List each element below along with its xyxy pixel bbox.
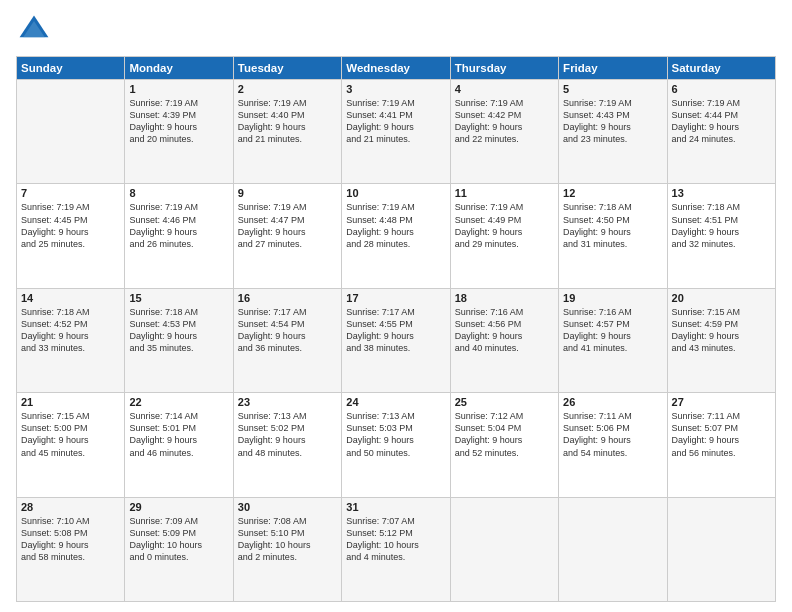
day-info: Sunrise: 7:11 AMSunset: 5:06 PMDaylight:… [563,410,662,459]
day-info: Sunrise: 7:08 AMSunset: 5:10 PMDaylight:… [238,515,337,564]
calendar-cell: 22Sunrise: 7:14 AMSunset: 5:01 PMDayligh… [125,393,233,497]
day-info: Sunrise: 7:19 AMSunset: 4:39 PMDaylight:… [129,97,228,146]
day-info: Sunrise: 7:15 AMSunset: 4:59 PMDaylight:… [672,306,771,355]
day-number: 22 [129,396,228,408]
day-number: 7 [21,187,120,199]
calendar-cell: 15Sunrise: 7:18 AMSunset: 4:53 PMDayligh… [125,288,233,392]
day-info: Sunrise: 7:16 AMSunset: 4:57 PMDaylight:… [563,306,662,355]
calendar-cell: 4Sunrise: 7:19 AMSunset: 4:42 PMDaylight… [450,80,558,184]
calendar-cell [667,497,775,601]
weekday-sunday: Sunday [17,57,125,80]
calendar-cell: 16Sunrise: 7:17 AMSunset: 4:54 PMDayligh… [233,288,341,392]
calendar-cell: 9Sunrise: 7:19 AMSunset: 4:47 PMDaylight… [233,184,341,288]
calendar-cell: 26Sunrise: 7:11 AMSunset: 5:06 PMDayligh… [559,393,667,497]
calendar-cell: 5Sunrise: 7:19 AMSunset: 4:43 PMDaylight… [559,80,667,184]
day-info: Sunrise: 7:12 AMSunset: 5:04 PMDaylight:… [455,410,554,459]
day-number: 8 [129,187,228,199]
calendar-cell: 19Sunrise: 7:16 AMSunset: 4:57 PMDayligh… [559,288,667,392]
week-row-3: 21Sunrise: 7:15 AMSunset: 5:00 PMDayligh… [17,393,776,497]
day-number: 31 [346,501,445,513]
week-row-2: 14Sunrise: 7:18 AMSunset: 4:52 PMDayligh… [17,288,776,392]
day-info: Sunrise: 7:18 AMSunset: 4:52 PMDaylight:… [21,306,120,355]
calendar-cell: 25Sunrise: 7:12 AMSunset: 5:04 PMDayligh… [450,393,558,497]
day-info: Sunrise: 7:19 AMSunset: 4:46 PMDaylight:… [129,201,228,250]
logo-icon [16,12,52,48]
day-info: Sunrise: 7:18 AMSunset: 4:51 PMDaylight:… [672,201,771,250]
day-number: 18 [455,292,554,304]
day-number: 6 [672,83,771,95]
calendar-cell: 17Sunrise: 7:17 AMSunset: 4:55 PMDayligh… [342,288,450,392]
weekday-saturday: Saturday [667,57,775,80]
calendar-cell: 2Sunrise: 7:19 AMSunset: 4:40 PMDaylight… [233,80,341,184]
day-info: Sunrise: 7:14 AMSunset: 5:01 PMDaylight:… [129,410,228,459]
weekday-monday: Monday [125,57,233,80]
day-info: Sunrise: 7:19 AMSunset: 4:41 PMDaylight:… [346,97,445,146]
day-number: 12 [563,187,662,199]
day-number: 16 [238,292,337,304]
day-info: Sunrise: 7:13 AMSunset: 5:03 PMDaylight:… [346,410,445,459]
calendar-cell [559,497,667,601]
day-info: Sunrise: 7:19 AMSunset: 4:49 PMDaylight:… [455,201,554,250]
calendar-cell [17,80,125,184]
weekday-thursday: Thursday [450,57,558,80]
calendar-cell: 13Sunrise: 7:18 AMSunset: 4:51 PMDayligh… [667,184,775,288]
page: SundayMondayTuesdayWednesdayThursdayFrid… [0,0,792,612]
day-number: 13 [672,187,771,199]
calendar-cell: 7Sunrise: 7:19 AMSunset: 4:45 PMDaylight… [17,184,125,288]
calendar-cell: 27Sunrise: 7:11 AMSunset: 5:07 PMDayligh… [667,393,775,497]
weekday-header-row: SundayMondayTuesdayWednesdayThursdayFrid… [17,57,776,80]
day-info: Sunrise: 7:19 AMSunset: 4:48 PMDaylight:… [346,201,445,250]
day-info: Sunrise: 7:18 AMSunset: 4:50 PMDaylight:… [563,201,662,250]
day-info: Sunrise: 7:19 AMSunset: 4:42 PMDaylight:… [455,97,554,146]
day-info: Sunrise: 7:19 AMSunset: 4:45 PMDaylight:… [21,201,120,250]
day-info: Sunrise: 7:17 AMSunset: 4:55 PMDaylight:… [346,306,445,355]
day-number: 26 [563,396,662,408]
calendar-cell: 11Sunrise: 7:19 AMSunset: 4:49 PMDayligh… [450,184,558,288]
calendar-cell: 24Sunrise: 7:13 AMSunset: 5:03 PMDayligh… [342,393,450,497]
calendar-cell: 8Sunrise: 7:19 AMSunset: 4:46 PMDaylight… [125,184,233,288]
day-info: Sunrise: 7:13 AMSunset: 5:02 PMDaylight:… [238,410,337,459]
logo [16,12,56,48]
day-number: 20 [672,292,771,304]
day-info: Sunrise: 7:15 AMSunset: 5:00 PMDaylight:… [21,410,120,459]
day-number: 27 [672,396,771,408]
day-number: 29 [129,501,228,513]
day-number: 25 [455,396,554,408]
calendar-cell: 3Sunrise: 7:19 AMSunset: 4:41 PMDaylight… [342,80,450,184]
day-info: Sunrise: 7:19 AMSunset: 4:43 PMDaylight:… [563,97,662,146]
calendar-cell: 28Sunrise: 7:10 AMSunset: 5:08 PMDayligh… [17,497,125,601]
day-number: 11 [455,187,554,199]
day-info: Sunrise: 7:10 AMSunset: 5:08 PMDaylight:… [21,515,120,564]
day-number: 14 [21,292,120,304]
weekday-wednesday: Wednesday [342,57,450,80]
calendar-cell: 31Sunrise: 7:07 AMSunset: 5:12 PMDayligh… [342,497,450,601]
calendar-cell: 30Sunrise: 7:08 AMSunset: 5:10 PMDayligh… [233,497,341,601]
day-number: 4 [455,83,554,95]
day-number: 30 [238,501,337,513]
calendar-cell: 18Sunrise: 7:16 AMSunset: 4:56 PMDayligh… [450,288,558,392]
day-number: 28 [21,501,120,513]
calendar-table: SundayMondayTuesdayWednesdayThursdayFrid… [16,56,776,602]
day-number: 5 [563,83,662,95]
week-row-4: 28Sunrise: 7:10 AMSunset: 5:08 PMDayligh… [17,497,776,601]
calendar-cell [450,497,558,601]
calendar-cell: 1Sunrise: 7:19 AMSunset: 4:39 PMDaylight… [125,80,233,184]
calendar-cell: 20Sunrise: 7:15 AMSunset: 4:59 PMDayligh… [667,288,775,392]
calendar-cell: 6Sunrise: 7:19 AMSunset: 4:44 PMDaylight… [667,80,775,184]
weekday-tuesday: Tuesday [233,57,341,80]
day-number: 21 [21,396,120,408]
day-number: 2 [238,83,337,95]
day-number: 15 [129,292,228,304]
day-number: 3 [346,83,445,95]
day-info: Sunrise: 7:19 AMSunset: 4:40 PMDaylight:… [238,97,337,146]
week-row-1: 7Sunrise: 7:19 AMSunset: 4:45 PMDaylight… [17,184,776,288]
day-info: Sunrise: 7:11 AMSunset: 5:07 PMDaylight:… [672,410,771,459]
day-info: Sunrise: 7:07 AMSunset: 5:12 PMDaylight:… [346,515,445,564]
day-info: Sunrise: 7:16 AMSunset: 4:56 PMDaylight:… [455,306,554,355]
calendar-cell: 29Sunrise: 7:09 AMSunset: 5:09 PMDayligh… [125,497,233,601]
day-number: 10 [346,187,445,199]
day-number: 9 [238,187,337,199]
calendar-cell: 23Sunrise: 7:13 AMSunset: 5:02 PMDayligh… [233,393,341,497]
day-number: 17 [346,292,445,304]
day-number: 1 [129,83,228,95]
